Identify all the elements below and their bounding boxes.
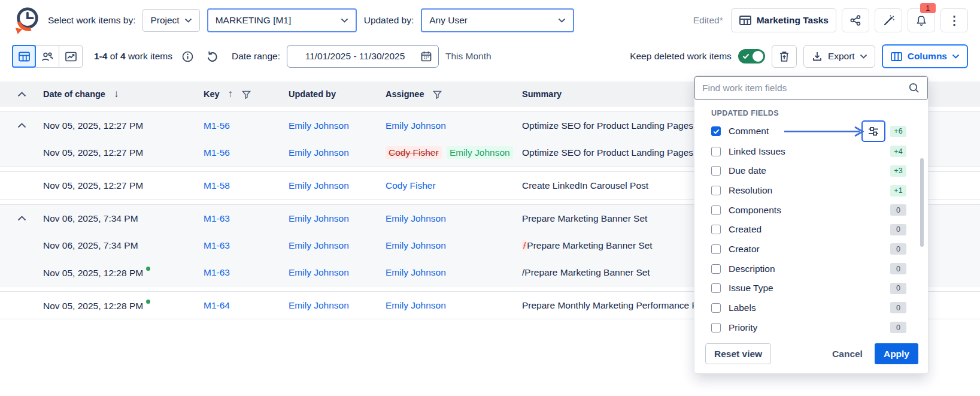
field-label: Description xyxy=(729,264,890,274)
header-assignee[interactable]: Assignee xyxy=(386,89,522,99)
checkbox-unchecked[interactable] xyxy=(711,205,721,215)
project-dropdown[interactable]: Project xyxy=(142,9,199,32)
field-row-labels[interactable]: Labels 0 xyxy=(694,298,928,318)
sort-desc-icon[interactable]: ↓ xyxy=(114,88,119,100)
updated-by-link[interactable]: Emily Johnson xyxy=(289,180,386,191)
collapse-group-button[interactable] xyxy=(17,123,26,128)
field-row-issue-type[interactable]: Issue Type 0 xyxy=(694,279,928,298)
field-count-badge: +3 xyxy=(890,165,906,177)
field-row-creator[interactable]: Creator 0 xyxy=(694,240,928,259)
assignee-link[interactable]: Emily Johnson xyxy=(386,240,522,251)
field-row-linked-issues[interactable]: Linked Issues +4 xyxy=(694,141,928,161)
work-item-key-link[interactable]: M1-63 xyxy=(204,213,289,224)
people-view-tab[interactable] xyxy=(35,45,59,68)
filter-icon[interactable] xyxy=(241,89,251,99)
updated-by-link[interactable]: Emily Johnson xyxy=(289,300,386,311)
header-updated-by[interactable]: Updated by xyxy=(289,89,386,99)
assignee-link[interactable]: Emily Johnson xyxy=(386,213,522,224)
cancel-button[interactable]: Cancel xyxy=(832,349,863,359)
field-label: Labels xyxy=(729,303,890,313)
field-settings-button[interactable] xyxy=(861,120,885,142)
search-icon xyxy=(908,82,920,94)
notifications-button[interactable]: 1 xyxy=(908,8,935,32)
assignee-link[interactable]: Cody Fisher xyxy=(386,180,522,191)
date-range-input[interactable] xyxy=(293,51,417,62)
header-date-of-change[interactable]: Date of change ↓ xyxy=(43,88,204,100)
checkbox-unchecked[interactable] xyxy=(711,225,721,234)
checkbox-unchecked[interactable] xyxy=(711,147,721,156)
assignee-link[interactable]: Emily Johnson xyxy=(386,120,522,131)
chevron-down-icon xyxy=(341,18,348,23)
field-row-created[interactable]: Created 0 xyxy=(694,220,928,240)
checkbox-checked[interactable] xyxy=(711,126,721,136)
checkbox-unchecked[interactable] xyxy=(711,303,721,313)
updated-by-link[interactable]: Emily Johnson xyxy=(289,267,386,278)
checkbox-unchecked[interactable] xyxy=(711,166,721,176)
collapse-all-button[interactable] xyxy=(17,92,26,97)
updated-by-link[interactable]: Emily Johnson xyxy=(289,240,386,251)
saved-view-button[interactable]: Marketing Tasks xyxy=(731,8,836,32)
work-item-key-link[interactable]: M1-64 xyxy=(204,300,289,311)
chart-view-tab[interactable] xyxy=(59,45,83,68)
assignee-link[interactable]: Emily Johnson xyxy=(386,300,522,311)
reset-view-button[interactable]: Reset view xyxy=(705,343,771,364)
checkbox-unchecked[interactable] xyxy=(711,264,721,274)
field-count-badge: 0 xyxy=(890,302,906,313)
filter-icon[interactable] xyxy=(432,89,442,99)
work-item-key-link[interactable]: M1-56 xyxy=(204,120,289,131)
calendar-icon[interactable] xyxy=(420,50,432,62)
checkbox-unchecked[interactable] xyxy=(711,323,721,332)
trash-restore-icon xyxy=(778,50,790,63)
chevron-down-icon xyxy=(558,18,566,23)
work-item-key-link[interactable]: M1-63 xyxy=(204,267,289,278)
share-button[interactable] xyxy=(842,8,869,32)
keep-deleted-label: Keep deleted work items xyxy=(630,51,732,62)
work-item-key-link[interactable]: M1-63 xyxy=(204,240,289,251)
field-row-comment[interactable]: Comment +6 xyxy=(694,121,928,142)
field-row-resolution[interactable]: Resolution +1 xyxy=(694,181,928,201)
suggestions-button[interactable] xyxy=(875,8,902,32)
bell-icon xyxy=(915,14,927,26)
updated-by-select[interactable]: Any User xyxy=(421,8,574,32)
share-icon xyxy=(849,14,861,26)
columns-panel: UPDATED FIELDS Comment +6 Linked Issues … xyxy=(694,76,928,373)
checkbox-unchecked[interactable] xyxy=(711,283,721,293)
work-item-key-link[interactable]: M1-58 xyxy=(204,180,289,191)
updated-by-link[interactable]: Emily Johnson xyxy=(289,147,386,158)
more-menu-button[interactable]: ⋮ xyxy=(940,8,968,32)
field-row-priority[interactable]: Priority 0 xyxy=(694,318,928,337)
work-item-key-link[interactable]: M1-56 xyxy=(204,147,289,158)
field-search[interactable] xyxy=(694,76,928,100)
updated-by-label: Updated by: xyxy=(364,15,414,26)
field-count-badge: 0 xyxy=(890,322,906,333)
export-button[interactable]: Export xyxy=(803,45,875,68)
updated-by-link[interactable]: Emily Johnson xyxy=(289,213,386,224)
panel-scrollbar[interactable] xyxy=(920,158,924,247)
reset-filters-button[interactable] xyxy=(204,47,222,65)
apply-button[interactable]: Apply xyxy=(875,343,918,364)
field-count-badge: 0 xyxy=(890,263,906,274)
keep-deleted-toggle[interactable] xyxy=(738,49,765,64)
delete-button[interactable] xyxy=(772,45,797,68)
table-view-tab[interactable] xyxy=(12,45,36,68)
field-row-due-date[interactable]: Due date +3 xyxy=(694,161,928,181)
columns-button[interactable]: Columns xyxy=(882,44,968,68)
sort-asc-icon[interactable]: ↑ xyxy=(228,88,233,100)
checkbox-unchecked[interactable] xyxy=(711,186,721,195)
field-row-components[interactable]: Components 0 xyxy=(694,200,928,220)
collapse-group-button[interactable] xyxy=(17,216,26,221)
field-row-description[interactable]: Description 0 xyxy=(694,259,928,279)
checkbox-unchecked[interactable] xyxy=(711,244,721,254)
date-cell: Nov 06, 2025, 7:34 PM xyxy=(43,240,204,251)
field-search-input[interactable] xyxy=(702,83,908,93)
assignee-link[interactable]: Emily Johnson xyxy=(386,267,522,278)
work-items-count: 1-4 of 4 work items xyxy=(94,51,172,62)
kebab-menu-icon: ⋮ xyxy=(948,13,960,28)
updated-by-link[interactable]: Emily Johnson xyxy=(289,120,386,131)
edited-indicator: Edited* xyxy=(693,15,723,26)
chevron-down-icon xyxy=(860,54,867,59)
header-key[interactable]: Key ↑ xyxy=(204,88,289,100)
project-select[interactable]: MARKETING [M1] xyxy=(207,8,357,32)
date-cell: Nov 05, 2025, 12:28 PM xyxy=(43,267,204,279)
info-button[interactable] xyxy=(179,47,197,65)
